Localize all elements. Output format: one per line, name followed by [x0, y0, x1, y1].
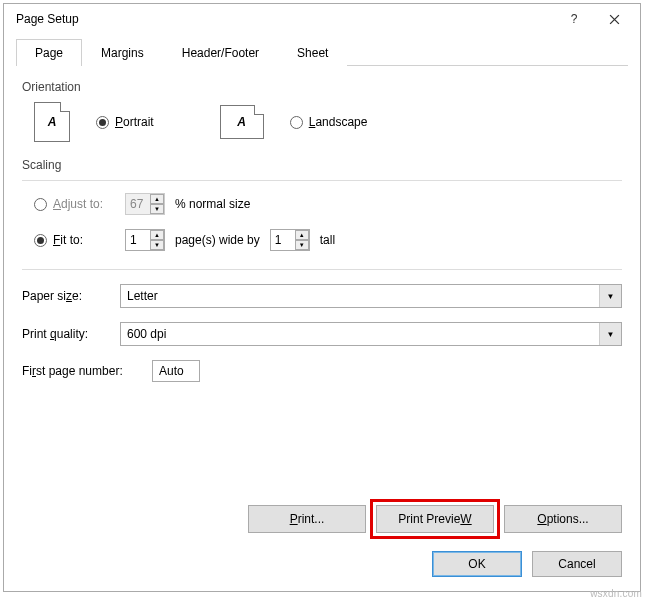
radio-fit-to[interactable]: Fit to:	[34, 233, 115, 247]
portrait-icon: A	[34, 102, 70, 142]
chevron-down-icon[interactable]: ▼	[599, 323, 621, 345]
paper-size-combo[interactable]: Letter ▼	[120, 284, 622, 308]
tab-header-footer[interactable]: Header/Footer	[163, 39, 278, 66]
first-page-input[interactable]: Auto	[152, 360, 200, 382]
spin-up-icon[interactable]: ▲	[150, 230, 164, 240]
options-button[interactable]: Options...	[504, 505, 622, 533]
orientation-label: Orientation	[22, 80, 622, 94]
print-quality-combo[interactable]: 600 dpi ▼	[120, 322, 622, 346]
dialog-title: Page Setup	[16, 12, 554, 26]
tab-margins[interactable]: Margins	[82, 39, 163, 66]
print-preview-button[interactable]: Print PrevieW	[376, 505, 494, 533]
landscape-icon: A	[220, 105, 264, 139]
radio-portrait[interactable]: PPortraitortrait	[96, 115, 154, 129]
watermark: wsxdn.com	[590, 588, 642, 599]
ok-button[interactable]: OK	[432, 551, 522, 577]
title-bar: Page Setup ?	[4, 4, 640, 34]
close-button[interactable]	[594, 5, 634, 33]
spin-down-icon[interactable]: ▼	[150, 240, 164, 250]
scaling-label: Scaling	[22, 158, 622, 172]
tab-page[interactable]: Page	[16, 39, 82, 66]
spin-up-icon[interactable]: ▲	[295, 230, 309, 240]
print-button[interactable]: Print...	[248, 505, 366, 533]
radio-landscape[interactable]: Landscape	[290, 115, 368, 129]
adjust-suffix: % normal size	[175, 197, 250, 211]
paper-size-label: Paper size:	[22, 289, 110, 303]
page-setup-dialog: Page Setup ? Page Margins Header/Footer …	[3, 3, 641, 592]
chevron-down-icon[interactable]: ▼	[599, 285, 621, 307]
highlight-box: Print PrevieW	[370, 499, 500, 539]
fit-tall-spinner[interactable]: ▲▼	[270, 229, 310, 251]
help-button[interactable]: ?	[554, 5, 594, 33]
first-page-label: First page number:	[22, 364, 140, 378]
fit-mid-label: page(s) wide by	[175, 233, 260, 247]
spin-up-icon[interactable]: ▲	[150, 194, 164, 204]
adjust-spinner[interactable]: ▲▼	[125, 193, 165, 215]
tabs: Page Margins Header/Footer Sheet	[16, 38, 628, 66]
cancel-button[interactable]: Cancel	[532, 551, 622, 577]
print-quality-label: Print quality:	[22, 327, 110, 341]
radio-adjust-to[interactable]: Adjust to:	[34, 197, 115, 211]
tab-sheet[interactable]: Sheet	[278, 39, 347, 66]
fit-suffix: tall	[320, 233, 335, 247]
fit-wide-spinner[interactable]: ▲▼	[125, 229, 165, 251]
spin-down-icon[interactable]: ▼	[295, 240, 309, 250]
spin-down-icon[interactable]: ▼	[150, 204, 164, 214]
